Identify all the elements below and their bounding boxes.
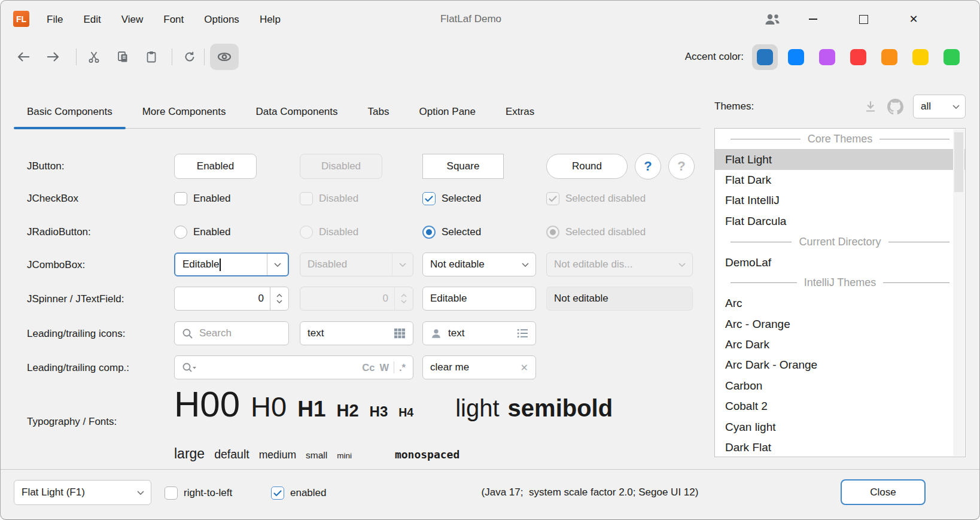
theme-item-carbon[interactable]: Carbon: [715, 376, 965, 396]
radio-label: Selected: [442, 226, 481, 238]
paste-button[interactable]: [141, 46, 162, 68]
menu-item-options[interactable]: Options: [194, 14, 249, 26]
clearable-field[interactable]: clear me ✕: [422, 355, 536, 379]
checkbox-icon: [165, 486, 178, 500]
menu-item-font[interactable]: Font: [153, 14, 194, 26]
accent-swatch-0[interactable]: [752, 44, 778, 70]
tab-data-components[interactable]: Data Components: [243, 95, 351, 128]
radio-selected-icon: [546, 226, 559, 239]
whole-words-button[interactable]: W: [379, 362, 389, 373]
round-button[interactable]: Round: [546, 154, 628, 179]
download-theme-icon[interactable]: [863, 99, 878, 114]
accent-swatch-color: [819, 49, 835, 65]
enabled-checkbox[interactable]: enabled: [271, 486, 327, 500]
theme-item-arc-dark-orange[interactable]: Arc Dark - Orange: [715, 355, 965, 375]
github-icon[interactable]: [887, 99, 903, 115]
tab-tabs[interactable]: Tabs: [355, 95, 403, 128]
textfield-trailing-table[interactable]: text: [300, 321, 413, 345]
search-dropdown-icon[interactable]: [182, 362, 197, 373]
tab-more-components[interactable]: More Components: [129, 95, 239, 128]
spinner-value[interactable]: 0: [175, 293, 270, 305]
maximize-button[interactable]: [853, 1, 874, 38]
back-button[interactable]: [13, 46, 34, 68]
radio-selected[interactable]: Selected: [422, 225, 481, 239]
jcombobox-label: JComboBox:: [27, 259, 85, 271]
themes-header: Themes: all: [714, 93, 966, 120]
search-field[interactable]: Search: [174, 321, 289, 345]
spinner-buttons: [394, 287, 413, 310]
regex-button[interactable]: .*: [399, 362, 406, 373]
chevron-up-icon[interactable]: [276, 294, 282, 297]
list-icon[interactable]: [517, 328, 528, 339]
help-button[interactable]: ?: [635, 153, 661, 180]
theme-item-flat-intellij[interactable]: Flat IntelliJ: [715, 190, 965, 211]
accent-swatch-3[interactable]: [845, 44, 871, 70]
theme-item-arc-dark[interactable]: Arc Dark: [715, 334, 965, 355]
menu-item-file[interactable]: File: [36, 14, 73, 26]
combobox-not-editable[interactable]: Not editable: [422, 253, 536, 276]
laf-combobox[interactable]: Flat Light (F1): [14, 480, 151, 505]
themes-filter-value: all: [914, 101, 947, 112]
enabled-button[interactable]: Enabled: [174, 154, 257, 179]
themes-filter-combo[interactable]: all: [913, 95, 966, 118]
show-hidden-toggle[interactable]: [210, 44, 239, 70]
theme-item-flat-darcula[interactable]: Flat Darcula: [715, 211, 965, 232]
theme-group-separator: IntelliJ Themes: [715, 273, 965, 293]
right-to-left-checkbox[interactable]: right-to-left: [165, 486, 232, 500]
minimize-button[interactable]: [802, 1, 824, 38]
menu-item-help[interactable]: Help: [249, 14, 291, 26]
spinner-buttons[interactable]: [270, 287, 288, 310]
h3-sample: H3: [370, 403, 388, 420]
match-case-button[interactable]: Cc: [362, 362, 375, 373]
chevron-down-icon[interactable]: [267, 254, 288, 275]
accent-swatch-color: [757, 49, 773, 65]
checkbox-label: Enabled: [193, 193, 230, 205]
theme-item-demolaf[interactable]: DemoLaf: [715, 252, 965, 272]
tab-basic-components[interactable]: Basic Components: [14, 95, 126, 128]
square-button[interactable]: Square: [422, 154, 504, 179]
theme-item-arc[interactable]: Arc: [715, 293, 965, 314]
textfield-editable[interactable]: Editable: [422, 287, 536, 311]
theme-item-flat-dark[interactable]: Flat Dark: [715, 170, 965, 190]
checkbox-selected-disabled: Selected disabled: [546, 191, 646, 206]
accent-swatch-6[interactable]: [939, 44, 964, 70]
search-with-options-field[interactable]: Cc W .*: [174, 355, 413, 379]
theme-item-flat-light[interactable]: Flat Light: [715, 149, 965, 169]
theme-item-dark-flat[interactable]: Dark Flat: [715, 437, 965, 457]
theme-item-cobalt-2[interactable]: Cobalt 2: [715, 396, 965, 416]
search-icon: [182, 328, 193, 339]
checkbox-enabled[interactable]: Enabled: [174, 191, 230, 206]
forward-button[interactable]: [42, 46, 64, 68]
close-button[interactable]: Close: [841, 479, 926, 505]
chevron-down-icon[interactable]: [130, 481, 151, 504]
scrollbar-thumb[interactable]: [954, 132, 963, 192]
theme-item-cyan-light[interactable]: Cyan light: [715, 416, 965, 437]
spinner[interactable]: 0: [174, 287, 289, 311]
chevron-down-icon[interactable]: [515, 253, 535, 276]
textfield-leading-user[interactable]: text: [422, 321, 536, 345]
chevron-down-icon[interactable]: [276, 300, 282, 303]
refresh-button[interactable]: [179, 46, 200, 68]
tab-extras[interactable]: Extras: [492, 95, 547, 128]
menu-item-view[interactable]: View: [111, 14, 154, 26]
table-icon[interactable]: [394, 328, 406, 339]
themes-list: Core ThemesFlat LightFlat DarkFlat Intel…: [714, 128, 966, 457]
accent-swatch-4[interactable]: [876, 44, 902, 70]
tab-option-pane[interactable]: Option Pane: [406, 95, 489, 128]
menu-item-edit[interactable]: Edit: [73, 14, 111, 26]
themes-scrollbar[interactable]: [953, 129, 964, 456]
clear-icon[interactable]: ✕: [521, 362, 528, 373]
users-icon[interactable]: [762, 1, 783, 38]
radio-enabled[interactable]: Enabled: [174, 225, 230, 239]
theme-item-arc-orange[interactable]: Arc - Orange: [715, 314, 965, 334]
system-info: (Java 17; system scale factor 2.0; Segoe…: [482, 486, 699, 498]
accent-swatch-1[interactable]: [783, 44, 809, 70]
radio-icon: [300, 226, 313, 239]
combobox-editable[interactable]: Editable: [174, 253, 289, 276]
copy-button[interactable]: [112, 46, 133, 68]
close-window-button[interactable]: ✕: [903, 1, 924, 38]
cut-button[interactable]: [83, 46, 105, 68]
accent-swatch-5[interactable]: [908, 44, 933, 70]
checkbox-selected[interactable]: Selected: [422, 191, 481, 206]
accent-swatch-2[interactable]: [814, 44, 840, 70]
